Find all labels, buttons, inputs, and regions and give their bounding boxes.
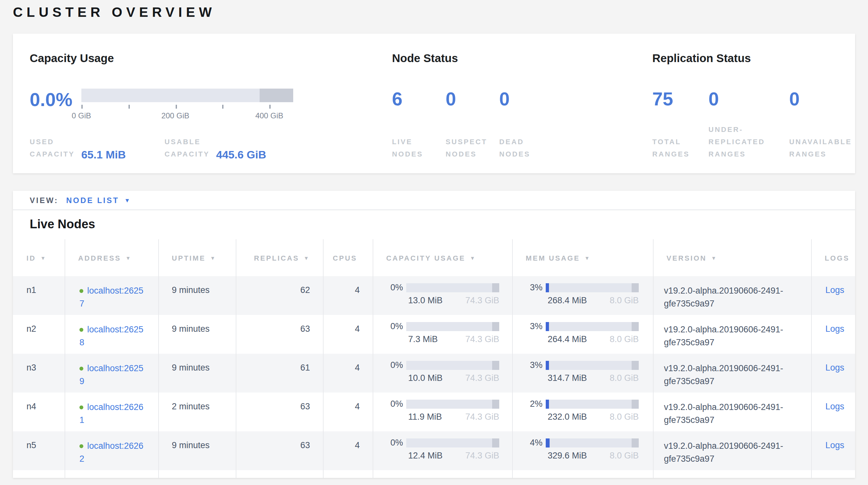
capacity-meter: 0%	[373, 360, 512, 370]
column-header-address[interactable]: ADDRESS▼	[65, 239, 158, 276]
sort-desc-icon: ▼	[304, 255, 310, 261]
node-logs-link[interactable]: Logs	[826, 363, 844, 372]
memory-meter: 4%	[513, 438, 653, 448]
node-uptime-cell: 9 minutes	[158, 354, 236, 393]
node-address-link[interactable]: localhost:26262	[80, 441, 144, 464]
column-header-capacity-usage[interactable]: CAPACITY USAGE▼	[373, 239, 512, 276]
node-status-stat-value: 0	[445, 89, 499, 109]
memory-used-value: 264.4 MiB	[548, 334, 587, 344]
memory-total-value: 8.0 GiB	[610, 412, 639, 422]
sort-desc-icon: ▼	[210, 255, 216, 261]
node-address-cell: localhost:26261	[65, 393, 158, 431]
node-uptime-cell: 9 minutes	[158, 276, 236, 315]
table-row: n5localhost:262629 minutes6340%12.4 MiB7…	[13, 431, 855, 470]
page-title: CLUSTER OVERVIEW	[13, 4, 216, 20]
node-cpus-cell: 4	[323, 276, 373, 315]
memory-meter: 2%	[513, 399, 653, 409]
memory-bar-reserved-segment	[631, 438, 639, 447]
memory-total-value: 8.0 GiB	[610, 451, 639, 460]
axis-tick	[222, 105, 224, 109]
node-status-title: Node Status	[392, 52, 458, 65]
node-address: localhost:26259	[80, 362, 147, 388]
memory-used-value: 314.7 MiB	[548, 373, 587, 383]
capacity-axis-labels: 0 GiB200 GiB400 GiB	[82, 111, 293, 120]
node-live-dot-icon	[80, 444, 83, 448]
node-cpus-cell: 4	[323, 393, 373, 431]
node-address-link[interactable]: localhost:26258	[80, 325, 144, 347]
memory-values: 232.0 MiB8.0 GiB	[548, 412, 639, 422]
node-live-dot-icon	[80, 289, 83, 293]
capacity-usage-title: Capacity Usage	[30, 52, 114, 65]
axis-tick	[128, 105, 130, 109]
capacity-usage-cell: 0%10.0 MiB74.3 GiB	[373, 354, 512, 393]
node-address: localhost:26262	[80, 440, 147, 465]
table-row: n1localhost:262579 minutes6240%13.0 MiB7…	[13, 276, 855, 315]
node-address-cell: localhost:26259	[65, 354, 158, 393]
table-row-partial	[13, 470, 855, 478]
view-selector-bar: VIEW: NODE LIST ▼	[13, 191, 855, 210]
node-address-link[interactable]: localhost:26261	[80, 402, 144, 425]
node-version-cell: v19.2.0-alpha.20190606-2491-gfe735c9a97	[653, 276, 811, 315]
table-row: n3localhost:262599 minutes6140%10.0 MiB7…	[13, 354, 855, 393]
node-address-cell: localhost:26258	[65, 315, 158, 354]
axis-tick	[82, 105, 83, 109]
capacity-meter: 0%	[373, 399, 512, 409]
empty-cell	[13, 470, 65, 478]
node-address-link[interactable]: localhost:26257	[80, 286, 144, 309]
capacity-usage-cell: 0%7.3 MiB74.3 GiB	[373, 315, 512, 354]
column-header-replicas[interactable]: REPLICAS▼	[236, 239, 323, 276]
capacity-stat-label: USABLE CAPACITY	[165, 136, 210, 160]
node-address-cell: localhost:26262	[65, 431, 158, 470]
column-header-id[interactable]: ID▼	[13, 239, 65, 276]
column-header-version[interactable]: VERSION▼	[653, 239, 811, 276]
column-header-logs: LOGS	[811, 239, 855, 276]
memory-bar-track	[546, 283, 639, 292]
capacity-bar-reserved-segment	[492, 322, 499, 331]
node-cpus-cell: 4	[323, 315, 373, 354]
replication-status-stat-value: 75	[652, 89, 709, 109]
node-logs-cell: Logs	[811, 393, 855, 431]
axis-tick	[269, 105, 271, 109]
capacity-bar-track	[406, 438, 499, 447]
memory-bar-reserved-segment	[631, 283, 639, 292]
node-version: v19.2.0-alpha.20190606-2491-gfe735c9a97	[664, 285, 803, 310]
node-replicas-cell: 61	[236, 354, 323, 393]
caret-down-icon[interactable]: ▼	[124, 197, 130, 203]
empty-cell	[323, 470, 373, 478]
node-status-stat-label: DEAD NODES	[499, 136, 553, 160]
capacity-values: 7.3 MiB74.3 GiB	[408, 334, 499, 344]
capacity-bar-reserved-segment	[259, 89, 293, 102]
memory-usage-cell: 2%232.0 MiB8.0 GiB	[512, 393, 653, 431]
capacity-usage-bar: 0 GiB200 GiB400 GiB	[82, 89, 293, 120]
node-logs-cell: Logs	[811, 431, 855, 470]
capacity-stat-value: 65.1 MiB	[82, 149, 126, 162]
node-address-link[interactable]: localhost:26259	[80, 364, 144, 386]
replication-status-stat-label: UNAVAILABLE RANGES	[789, 136, 852, 160]
node-logs-link[interactable]: Logs	[826, 402, 844, 411]
memory-meter: 3%	[513, 360, 653, 370]
node-status-stat: 0DEAD NODES	[499, 89, 553, 160]
view-dropdown[interactable]: NODE LIST	[66, 196, 119, 205]
node-replicas-cell: 63	[236, 431, 323, 470]
node-version-cell: v19.2.0-alpha.20190606-2491-gfe735c9a97	[653, 354, 811, 393]
node-logs-link[interactable]: Logs	[826, 324, 844, 334]
capacity-usage-cell: 0%12.4 MiB74.3 GiB	[373, 431, 512, 470]
memory-total-value: 8.0 GiB	[610, 373, 639, 383]
capacity-total-value: 74.3 GiB	[465, 334, 499, 344]
capacity-bar-track	[406, 283, 499, 292]
capacity-bar-reserved-segment	[492, 438, 499, 447]
capacity-values: 10.0 MiB74.3 GiB	[408, 373, 499, 383]
capacity-percent: 0%	[373, 360, 403, 370]
column-header-uptime[interactable]: UPTIME▼	[158, 239, 236, 276]
node-logs-cell: Logs	[811, 354, 855, 393]
node-logs-link[interactable]: Logs	[826, 285, 844, 295]
column-header-label: CAPACITY USAGE	[386, 254, 465, 262]
column-header-mem-usage[interactable]: MEM USAGE▼	[512, 239, 653, 276]
axis-tick-label: 200 GiB	[161, 111, 190, 120]
replication-status-title: Replication Status	[652, 52, 751, 65]
column-header-label: REPLICAS	[254, 254, 299, 262]
node-version: v19.2.0-alpha.20190606-2491-gfe735c9a97	[664, 440, 803, 465]
memory-percent: 2%	[513, 399, 542, 409]
node-logs-link[interactable]: Logs	[826, 440, 844, 450]
capacity-bar-reserved-segment	[492, 361, 499, 370]
